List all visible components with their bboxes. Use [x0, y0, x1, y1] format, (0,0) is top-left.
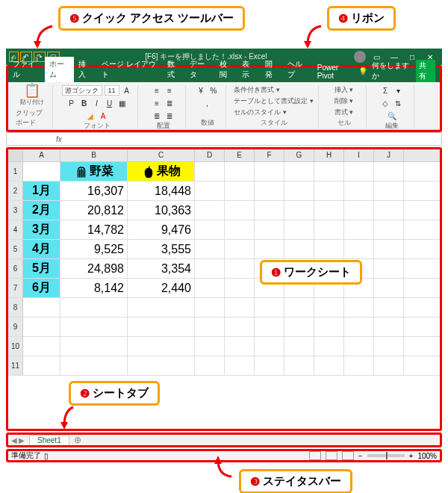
arrow-3: [209, 454, 239, 480]
share-button[interactable]: 共有: [416, 60, 435, 82]
arrow-4: [299, 22, 329, 52]
align-top-icon[interactable]: ≡: [152, 85, 162, 96]
zoom-level[interactable]: 100%: [417, 452, 437, 460]
font-grow-icon[interactable]: A: [122, 85, 132, 96]
paste-icon[interactable]: 📋: [27, 85, 37, 96]
col-head-E[interactable]: E: [225, 149, 255, 161]
col-head-F[interactable]: F: [255, 149, 284, 161]
data-row: 32月20,81210,363: [8, 201, 440, 220]
status-scroll-lock-icon: ▯: [44, 452, 49, 460]
arrow-5: [30, 22, 60, 52]
font-name-select[interactable]: 游ゴシック: [62, 85, 102, 96]
tab-review[interactable]: 校閲: [215, 57, 237, 82]
tab-view[interactable]: 表示: [237, 57, 260, 82]
tell-me-text[interactable]: 何をしますか: [372, 61, 411, 81]
ribbon: ファイル ホーム 挿入 ページ レイアウト 数式 データ 校閲 表示 開発 ヘル…: [6, 65, 442, 132]
align-right-icon[interactable]: ≣: [164, 111, 175, 121]
fx-icon[interactable]: fx: [52, 135, 66, 143]
celery-icon: [75, 165, 88, 179]
cell-B1[interactable]: 野菜: [60, 162, 128, 181]
delete-cells-button[interactable]: 削除 ▾: [335, 96, 354, 106]
zoom-in-icon[interactable]: +: [409, 452, 414, 460]
arrow-2: [58, 403, 81, 433]
view-page-layout-icon[interactable]: [326, 451, 337, 460]
conditional-format-button[interactable]: 条件付き書式 ▾: [234, 85, 280, 95]
sheet-next-icon[interactable]: ▶: [19, 436, 25, 444]
fill-icon[interactable]: ▾: [393, 85, 403, 96]
clear-icon[interactable]: ◇: [380, 98, 391, 108]
col-head-D[interactable]: D: [195, 149, 225, 161]
group-font: 游ゴシック 11 A P B I U ▦ ◢ A フォント: [56, 85, 138, 128]
bold-icon[interactable]: B: [79, 98, 90, 108]
border-icon[interactable]: ▦: [117, 98, 128, 108]
autosum-icon[interactable]: Σ: [380, 85, 391, 96]
percent-icon[interactable]: %: [208, 85, 219, 96]
col-head-B[interactable]: B: [60, 149, 128, 161]
align-mid-icon[interactable]: ≡: [164, 85, 175, 96]
currency-icon[interactable]: ¥: [196, 85, 206, 96]
cell-C1[interactable]: 果物: [128, 162, 195, 181]
tab-file[interactable]: ファイル: [8, 57, 45, 82]
callout-num-2: ❷: [80, 387, 90, 400]
data-header-row: 1 野菜 果物: [8, 162, 440, 182]
cell-A1[interactable]: [23, 162, 60, 181]
col-head-H[interactable]: H: [314, 149, 344, 161]
callout-num-1: ❶: [271, 266, 281, 279]
col-head-G[interactable]: G: [284, 149, 314, 161]
align-bot-icon[interactable]: ≡: [152, 98, 162, 108]
tab-home[interactable]: ホーム: [45, 57, 75, 82]
fill-color-icon[interactable]: ◢: [85, 111, 96, 121]
sheet-prev-icon[interactable]: ◀: [11, 436, 17, 444]
callout-label-5: クイック アクセス ツールバー: [82, 11, 234, 25]
select-all-button[interactable]: [8, 149, 23, 161]
italic-icon[interactable]: I: [92, 98, 102, 108]
row-head-1[interactable]: 1: [8, 162, 23, 181]
tab-developer[interactable]: 開発: [261, 57, 283, 82]
font-color-icon[interactable]: A: [98, 111, 108, 121]
tab-insert[interactable]: 挿入: [74, 57, 96, 82]
tab-data[interactable]: データ: [185, 57, 215, 82]
view-normal-icon[interactable]: [309, 451, 321, 460]
sort-filter-icon[interactable]: ⇅: [393, 98, 403, 108]
col-head-C[interactable]: C: [128, 149, 195, 161]
col-head-A[interactable]: A: [23, 149, 60, 161]
tab-powerpivot[interactable]: Power Pivot: [313, 61, 358, 82]
add-sheet-button[interactable]: ⊕: [74, 435, 81, 445]
underline-icon[interactable]: U: [105, 98, 115, 108]
empty-row: 9: [8, 317, 440, 337]
group-style: 条件付き書式 ▾ テーブルとして書式設定 ▾ セルのスタイル ▾ スタイル: [229, 85, 319, 128]
group-clipboard: 📋 貼り付け クリップボード: [11, 85, 53, 128]
status-ready: 準備完了: [11, 450, 41, 461]
group-clipboard-label: クリップボード: [16, 108, 48, 128]
format-cells-button[interactable]: 書式 ▾: [335, 108, 354, 117]
view-page-break-icon[interactable]: [342, 451, 354, 460]
col-head-I[interactable]: I: [344, 149, 374, 161]
sheet-tab-1[interactable]: Sheet1: [29, 435, 69, 445]
callout-worksheet: ❶ ワークシート: [260, 260, 362, 285]
group-align-label: 配置: [157, 121, 170, 131]
callout-label-1: ワークシート: [284, 265, 351, 279]
comma-icon[interactable]: ,: [202, 98, 213, 108]
callout-label-4: リボン: [351, 11, 385, 25]
zoom-slider[interactable]: [367, 454, 405, 457]
empty-row: 8: [8, 298, 440, 317]
apple-icon: [142, 165, 155, 179]
align-center-icon[interactable]: ≣: [152, 111, 162, 121]
font-size-select[interactable]: 11: [105, 85, 119, 96]
cell-styles-button[interactable]: セルのスタイル ▾: [234, 108, 287, 117]
tab-page-layout[interactable]: ページ レイアウト: [97, 57, 163, 82]
align-left-icon[interactable]: ≣: [164, 98, 175, 108]
group-number: ¥ % , 数値: [189, 85, 226, 128]
tab-formulas[interactable]: 数式: [163, 57, 185, 82]
font-shrink-icon[interactable]: P: [66, 98, 77, 108]
col-head-J[interactable]: J: [374, 149, 404, 161]
group-edit-label: 編集: [385, 121, 399, 131]
find-icon[interactable]: 🔍: [387, 111, 397, 121]
insert-cells-button[interactable]: 挿入 ▾: [335, 85, 354, 95]
tell-me-icon[interactable]: 💡: [358, 67, 367, 75]
sheet-tabs: ◀ ▶ Sheet1 ⊕: [6, 432, 442, 447]
zoom-out-icon[interactable]: −: [358, 452, 363, 460]
tab-help[interactable]: ヘルプ: [283, 57, 313, 82]
format-as-table-button[interactable]: テーブルとして書式設定 ▾: [234, 96, 314, 106]
group-font-label: フォント: [84, 121, 111, 131]
